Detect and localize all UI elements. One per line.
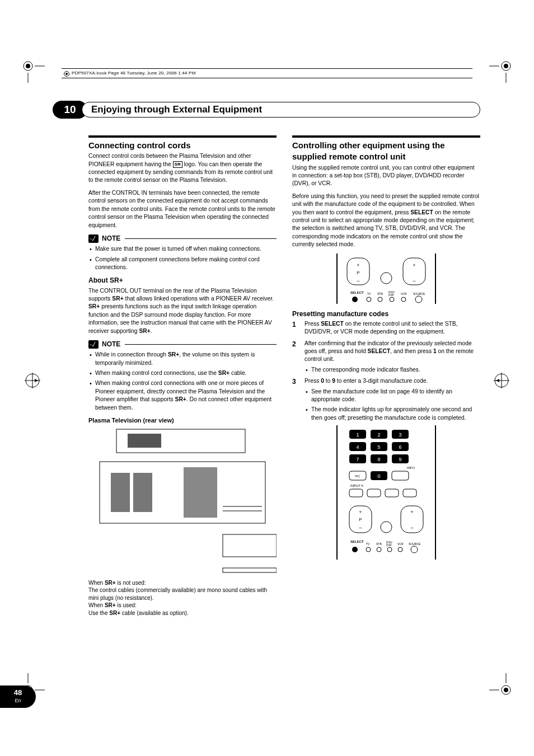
svg-point-38	[381, 273, 392, 284]
step2-sub: The corresponding mode indicator flashes…	[305, 366, 480, 374]
note-header-2: NOTE	[88, 340, 277, 349]
svg-point-1	[26, 64, 30, 68]
step3-sub: See the manufacture code list on page 49…	[305, 388, 480, 404]
cable-notes: When SR+ is not used: The control cables…	[88, 579, 277, 617]
svg-marker-23	[496, 379, 499, 382]
para-connect-1: Connect control cords between the Plasma…	[88, 152, 277, 185]
right-column: Controlling other equipment using the su…	[292, 135, 480, 617]
svg-point-47	[378, 297, 382, 302]
para-controlling-2: Before using this function, you need to …	[292, 192, 480, 249]
svg-text:4: 4	[356, 444, 359, 450]
svg-text:SOURCE: SOURCE	[413, 292, 425, 295]
svg-point-54	[415, 296, 422, 303]
book-header-icon	[64, 71, 69, 77]
note1-item: Complete all component connections befor…	[88, 256, 277, 272]
note2-item: While in connection through SR+, the vol…	[88, 351, 277, 367]
heading-connecting: Connecting control cords	[88, 135, 277, 151]
heading-about-sr: About SR+	[88, 276, 277, 285]
svg-text:INFO: INFO	[407, 466, 415, 469]
svg-point-5	[504, 64, 508, 68]
svg-point-95	[352, 547, 358, 552]
crop-mark-br	[489, 673, 512, 696]
note-icon	[88, 234, 99, 243]
book-header: PDP507XA.book Page 48 Tuesday, June 20, …	[62, 68, 472, 78]
svg-text:INPUT 5: INPUT 5	[350, 484, 364, 487]
svg-text:P: P	[357, 270, 359, 275]
note-label: NOTE	[102, 234, 120, 243]
crop-mark-tl	[22, 60, 45, 83]
note1-item: Make sure that the power is turned off w…	[88, 245, 277, 253]
note2-item: When making control cord connections, us…	[88, 369, 277, 377]
svg-point-52	[401, 297, 406, 302]
svg-rect-79	[392, 471, 409, 480]
page-number-tab: 48 En	[0, 685, 36, 708]
para-about-sr: The CONTROL OUT terminal on the rear of …	[88, 287, 277, 335]
svg-rect-30	[223, 534, 277, 557]
para-connect-2: After the CONTROL IN terminals have been…	[88, 189, 277, 229]
svg-text:–: –	[410, 525, 413, 530]
para-controlling-1: Using the supplied remote control unit, …	[292, 164, 480, 188]
svg-rect-31	[223, 568, 277, 572]
svg-point-45	[367, 297, 371, 302]
svg-point-104	[398, 547, 402, 552]
crop-mark-tr	[489, 60, 512, 83]
svg-point-102	[387, 547, 392, 552]
svg-rect-28	[133, 473, 152, 512]
svg-rect-25	[128, 434, 161, 448]
svg-text:TV: TV	[367, 292, 371, 295]
svg-text:SELECT: SELECT	[350, 540, 364, 543]
svg-point-106	[411, 546, 418, 553]
svg-text:0: 0	[377, 473, 380, 479]
svg-text:PC: PC	[355, 475, 360, 478]
svg-point-43	[352, 297, 358, 302]
figure-remote-keypad: 1 2 3 4 5 6 7 8 9 0 PC	[292, 425, 480, 560]
svg-text:+: +	[357, 262, 359, 268]
svg-point-90	[381, 522, 392, 533]
svg-text:TV: TV	[366, 542, 370, 546]
step-1: Press SELECT on the remote control unit …	[292, 320, 480, 336]
note-rule	[125, 344, 277, 345]
svg-rect-29	[184, 467, 217, 518]
svg-text:5: 5	[377, 444, 380, 450]
svg-text:1: 1	[356, 432, 359, 438]
svg-text:DVR: DVR	[388, 294, 394, 297]
svg-text:+: +	[359, 509, 362, 515]
chapter-title: Enjoying through External Equipment	[82, 102, 480, 118]
svg-text:7: 7	[356, 457, 359, 462]
caption-rear-view: Plasma Television (rear view)	[88, 416, 277, 425]
sr-logo-icon: SR	[173, 161, 182, 168]
svg-text:VCR: VCR	[397, 542, 404, 546]
figure-rear-panel	[88, 428, 277, 574]
note-header-1: NOTE	[88, 234, 277, 243]
svg-text:SOURCE: SOURCE	[409, 542, 421, 546]
svg-text:–: –	[413, 278, 415, 284]
svg-text:STB: STB	[376, 542, 382, 546]
heading-preset: Presetting manufacture codes	[292, 309, 480, 318]
svg-text:3: 3	[399, 432, 401, 438]
svg-point-13	[504, 688, 508, 692]
svg-text:–: –	[359, 525, 362, 530]
svg-rect-82	[349, 489, 363, 497]
svg-text:6: 6	[399, 444, 401, 450]
svg-text:STB: STB	[377, 292, 383, 295]
svg-marker-19	[35, 379, 38, 382]
svg-point-97	[366, 547, 371, 552]
svg-rect-83	[367, 489, 381, 497]
svg-text:VCR: VCR	[401, 292, 407, 295]
note2-item: When making control cord connections wit…	[88, 379, 277, 412]
svg-point-50	[390, 297, 394, 302]
note-label: NOTE	[102, 340, 120, 349]
step-2: After confirming that the indicator of t…	[292, 340, 480, 374]
svg-text:9: 9	[399, 457, 401, 462]
svg-text:+: +	[410, 509, 413, 515]
figure-remote-select: + P – + – SELECT TV STB DVD/DVR VCR SOUR…	[292, 253, 480, 304]
note-rule	[125, 238, 277, 239]
svg-text:P: P	[359, 517, 362, 522]
svg-text:DVR: DVR	[386, 544, 392, 547]
svg-text:+: +	[413, 262, 415, 268]
step3-sub: The mode indicator lights up for approxi…	[305, 406, 480, 422]
registration-mark-left	[25, 373, 40, 388]
step-3: Press 0 to 9 to enter a 3-digit manufact…	[292, 377, 480, 422]
svg-text:2: 2	[377, 432, 380, 438]
page-number: 48	[14, 689, 22, 696]
